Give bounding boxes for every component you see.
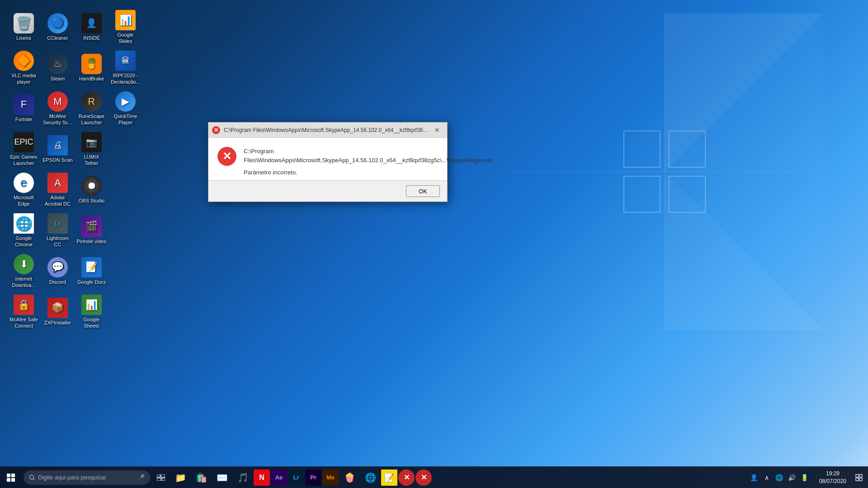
runescape-label: RuneScape Launcher xyxy=(76,113,107,125)
clock-date: 08/07/2020 xyxy=(819,478,846,485)
svg-line-15 xyxy=(33,479,35,480)
icon-lumix-tether[interactable]: 📷 LUMIX Tether xyxy=(75,129,108,169)
taskbar-search-box[interactable]: 🎤 xyxy=(24,470,150,485)
handbrake-label: HandBrake xyxy=(79,76,104,82)
icon-fortnite[interactable]: F Fortnite xyxy=(7,88,41,129)
icon-mcafee-safe-connect[interactable]: 🔒 McAfee Safe Connect xyxy=(7,291,41,332)
icon-pinhole-video[interactable]: 🎬 Pinhole video xyxy=(75,210,108,251)
icon-ms-edge[interactable]: e Microsoft Edge xyxy=(7,169,41,210)
taskbar-skype-close[interactable]: ✕ xyxy=(415,469,432,486)
dialog-title-text: C:\Program Files\WindowsApps\Microsoft.S… xyxy=(224,127,431,133)
taskbar-sticky-notes[interactable]: 📝 xyxy=(381,469,397,486)
taskbar-mcafee-close[interactable]: ✕ xyxy=(398,469,415,486)
svg-rect-18 xyxy=(157,478,161,481)
icon-vlc[interactable]: 🔶 VLC media player xyxy=(7,47,41,88)
icon-steam[interactable]: ♨ Steam xyxy=(41,47,75,88)
lumix-tether-icon: 📷 xyxy=(81,132,102,152)
icon-google-docs[interactable]: 📝 Google Docs xyxy=(75,251,108,291)
taskbar-pinned-apps: 📁 🛍️ ✉️ 🎵 N Ae Lr Pr Me 🍿 🌐 📝 ✕ ✕ xyxy=(170,467,432,488)
taskbar-popcorn-time[interactable]: 🍿 xyxy=(340,468,359,488)
taskbar-clock[interactable]: 19:29 08/07/2020 xyxy=(814,467,852,488)
svg-marker-2 xyxy=(665,172,823,330)
tray-battery-icon[interactable]: 🔋 xyxy=(799,472,810,483)
ccleaner-icon: 🔵 xyxy=(47,13,68,33)
taskbar-premiere[interactable]: Pr xyxy=(305,469,321,486)
dialog-titlebar[interactable]: ✕ C:\Program Files\WindowsApps\Microsoft… xyxy=(208,122,447,138)
dialog-ok-button[interactable]: OK xyxy=(406,185,440,197)
icon-internet-download-manager[interactable]: ⬇ Internet Downloa... xyxy=(7,251,41,291)
mcafee-safe-connect-label: McAfee Safe Connect xyxy=(9,317,39,328)
tray-chevron-up[interactable]: ∧ xyxy=(761,472,772,483)
icon-recycle-bin[interactable]: 🗑️ Lixeira xyxy=(7,7,41,47)
taskbar: 🎤 📁 🛍️ ✉️ 🎵 N Ae Lr Pr Me 🍿 🌐 📝 ✕ xyxy=(0,466,868,488)
zxpinstaller-icon: 📦 xyxy=(47,298,68,318)
mcafee-icon: M xyxy=(47,91,68,112)
search-icon xyxy=(29,474,35,481)
taskbar-lightroom[interactable]: Lr xyxy=(288,469,304,486)
taskbar-media-encoder[interactable]: Me xyxy=(322,469,339,486)
task-view-icon xyxy=(157,474,165,481)
icon-ccleaner[interactable]: 🔵 CCleaner xyxy=(41,7,75,47)
icon-obs-studio[interactable]: ⏺ OBS Studio xyxy=(75,169,108,210)
svg-rect-5 xyxy=(669,131,705,167)
taskbar-netflix[interactable]: N xyxy=(254,469,270,486)
taskbar-after-effects[interactable]: Ae xyxy=(271,469,287,486)
recycle-bin-icon: 🗑️ xyxy=(14,13,34,33)
icon-irpf[interactable]: 🏛 IRPF2020 - Declaração... xyxy=(108,47,142,88)
icon-quicktime[interactable]: ▶ QuickTime Player xyxy=(108,88,142,129)
icon-google-slides[interactable]: 📊 Google Slides xyxy=(108,7,142,47)
icon-epic-games[interactable]: EPIC Epic Games Launcher xyxy=(7,129,41,169)
google-sheets-icon: 📊 xyxy=(81,295,102,315)
taskbar-file-explorer[interactable]: 📁 xyxy=(170,468,190,488)
taskbar-mail[interactable]: ✉️ xyxy=(212,468,232,488)
handbrake-icon: 🍍 xyxy=(81,54,102,74)
lightroom-cc-label: Lightroom CC xyxy=(42,235,73,247)
error-dialog: ✕ C:\Program Files\WindowsApps\Microsoft… xyxy=(208,122,448,202)
icon-epson-scan[interactable]: 🖨 EPSON Scan xyxy=(41,129,75,169)
svg-rect-21 xyxy=(859,474,862,477)
idm-icon: ⬇ xyxy=(14,254,34,274)
icon-google-sheets[interactable]: 📊 Google Sheets xyxy=(75,291,108,332)
tray-network-icon[interactable]: 🌐 xyxy=(774,472,785,483)
taskbar-chrome[interactable]: 🌐 xyxy=(360,468,380,488)
svg-rect-7 xyxy=(669,176,705,212)
icon-lightroom-cc[interactable]: Lr Lightroom CC xyxy=(41,210,75,251)
dialog-error-text: Parâmetro incorreto. xyxy=(244,169,493,176)
adobe-acrobat-icon: A xyxy=(47,173,68,193)
desktop: 🗑️ Lixeira 🔵 CCleaner 👤 INSIDE 📊 Google … xyxy=(0,0,868,488)
icon-handbrake[interactable]: 🍍 HandBrake xyxy=(75,47,108,88)
start-button[interactable] xyxy=(0,467,22,488)
notification-center-button[interactable] xyxy=(852,467,866,488)
inside-label: INSIDE xyxy=(83,35,100,41)
inside-icon: 👤 xyxy=(81,13,102,33)
icon-mcafee[interactable]: M McAfee Security Sc... xyxy=(41,88,75,129)
taskbar-spotify[interactable]: 🎵 xyxy=(233,468,253,488)
icon-zxpinstaller[interactable]: 📦 ZXPInstaller xyxy=(41,291,75,332)
icon-adobe-acrobat[interactable]: A Adobe Acrobat DC xyxy=(41,169,75,210)
icon-inside[interactable]: 👤 INSIDE xyxy=(75,7,108,47)
taskbar-store[interactable]: 🛍️ xyxy=(191,468,211,488)
google-docs-icon: 📝 xyxy=(81,257,102,277)
vlc-icon: 🔶 xyxy=(14,51,34,71)
runescape-icon: R xyxy=(81,91,102,112)
task-view-button[interactable] xyxy=(152,467,170,488)
svg-marker-3 xyxy=(665,172,823,330)
icon-discord[interactable]: 💬 Discord xyxy=(41,251,75,291)
google-slides-icon: 📊 xyxy=(115,10,136,30)
icon-google-chrome[interactable]: 🌐 Google Chrome xyxy=(7,210,41,251)
irpf-icon: 🏛 xyxy=(115,51,136,71)
svg-point-14 xyxy=(30,475,34,479)
search-input[interactable] xyxy=(38,474,137,481)
mcafee-label: McAfee Security Sc... xyxy=(42,113,73,125)
dialog-close-button[interactable]: ✕ xyxy=(431,125,443,136)
tray-person-icon[interactable]: 👤 xyxy=(749,472,760,483)
svg-rect-12 xyxy=(7,478,10,482)
dialog-path-text: C:\Program Files\WindowsApps\Microsoft.S… xyxy=(244,147,493,164)
vlc-label: VLC media player xyxy=(9,73,39,84)
tray-volume-icon[interactable]: 🔊 xyxy=(787,472,797,483)
obs-studio-label: OBS Studio xyxy=(79,198,104,204)
desktop-icons-grid: 🗑️ Lixeira 🔵 CCleaner 👤 INSIDE 📊 Google … xyxy=(5,5,145,334)
svg-rect-23 xyxy=(859,478,862,481)
google-slides-label: Google Slides xyxy=(110,32,141,44)
icon-runescape[interactable]: R RuneScape Launcher xyxy=(75,88,108,129)
